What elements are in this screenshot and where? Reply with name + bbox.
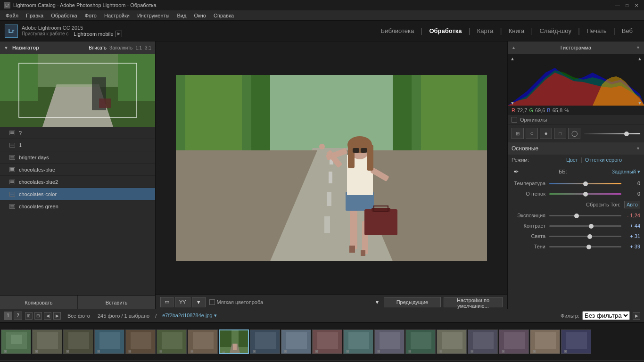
file-path[interactable]: e7f2ba2d108784e.jpg ▾: [162, 313, 217, 319]
nav-develop[interactable]: Обработка: [422, 21, 468, 41]
preset-item-chocolates-blue2[interactable]: chocolates-blue2: [0, 176, 155, 188]
next-photo-button[interactable]: ▶: [53, 312, 61, 320]
filter-select[interactable]: Без фильтра: [582, 311, 630, 320]
film-thumb[interactable]: ⊞: [157, 329, 187, 354]
grid-view-button[interactable]: ⊞: [25, 312, 33, 320]
film-thumb[interactable]: ⊞: [281, 329, 311, 354]
basic-header[interactable]: Основные ▼: [508, 142, 644, 155]
page-1-button[interactable]: 1: [4, 312, 12, 320]
film-thumb[interactable]: ⊞: [343, 329, 373, 354]
navigator-header[interactable]: ▼ Навигатор Вписать Заполнить 1:1 3:1: [0, 41, 155, 54]
originals-checkbox[interactable]: [512, 117, 517, 123]
exposure-slider[interactable]: [549, 215, 621, 216]
copy-button[interactable]: Копировать: [0, 296, 78, 309]
tint-slider[interactable]: [549, 193, 621, 195]
loupe-view-button[interactable]: ⊟: [34, 312, 42, 320]
titlebar-controls[interactable]: — □ ✕: [614, 1, 640, 9]
svg-rect-97: [442, 332, 462, 349]
maximize-button[interactable]: □: [623, 1, 631, 9]
frame-button[interactable]: ▭: [160, 297, 173, 307]
prev-photo-button[interactable]: ◀: [44, 312, 51, 320]
nav-print[interactable]: Печать: [580, 21, 613, 41]
menu-file[interactable]: Файл: [2, 12, 22, 19]
menu-view[interactable]: Вид: [173, 12, 190, 19]
preset-item-chocolates-blue[interactable]: chocolates-blue: [0, 164, 155, 176]
close-button[interactable]: ✕: [633, 1, 640, 9]
contrast-slider[interactable]: [549, 225, 621, 227]
film-thumb[interactable]: ⊞: [125, 329, 156, 354]
extra-btn[interactable]: ▼: [192, 297, 206, 307]
film-thumb[interactable]: ⊞: [94, 329, 124, 354]
film-thumb[interactable]: ⊞: [32, 329, 62, 354]
paste-button[interactable]: Вставить: [78, 296, 155, 309]
tint-thumb[interactable]: [583, 192, 588, 197]
page-2-button[interactable]: 2: [14, 312, 22, 320]
menu-settings[interactable]: Настройки: [100, 12, 133, 19]
highlights-thumb[interactable]: [587, 234, 592, 239]
highlights-slider[interactable]: [549, 236, 621, 237]
film-thumb[interactable]: ⊞: [437, 329, 467, 354]
film-thumb[interactable]: ⊞: [468, 329, 498, 354]
mobile-play-button[interactable]: ▶: [116, 31, 122, 37]
contrast-thumb[interactable]: [589, 224, 594, 229]
nav-web[interactable]: Веб: [615, 21, 639, 41]
mode-grayscale-value[interactable]: Оттенки серого: [585, 157, 622, 163]
film-thumb[interactable]: ⊞: [1, 329, 31, 354]
preset-icon: [9, 192, 15, 197]
proof-checkbox[interactable]: [209, 299, 215, 305]
film-thumb[interactable]: ⊞: [405, 329, 436, 354]
eyedropper-icon[interactable]: ✒: [512, 167, 521, 176]
film-thumb[interactable]: ⊞: [250, 329, 280, 354]
nav-map[interactable]: Карта: [471, 21, 500, 41]
temperature-thumb[interactable]: [583, 181, 588, 186]
nav-opt-1to1[interactable]: 1:1: [135, 45, 142, 50]
nav-slideshow[interactable]: Слайд-шоу: [533, 21, 578, 41]
nav-library[interactable]: Библиотека: [374, 21, 421, 41]
menu-photo[interactable]: Фото: [81, 12, 100, 19]
film-thumb[interactable]: ⊞: [63, 329, 93, 354]
film-thumb[interactable]: ⊞: [374, 329, 405, 354]
circle-tool-button[interactable]: ○: [526, 128, 538, 139]
nav-opt-fill[interactable]: Заполнить: [109, 45, 132, 50]
film-thumb[interactable]: ⊞: [188, 329, 218, 354]
crop-tool-button[interactable]: ⊞: [512, 128, 524, 139]
nav-opt-3to1[interactable]: 3:1: [145, 45, 151, 50]
preset-item-chocolates-color[interactable]: chocolates-color: [0, 188, 155, 200]
preset-item-question[interactable]: ?: [0, 127, 155, 139]
histogram-toggle[interactable]: ▼: [636, 45, 640, 50]
square-tool-button[interactable]: □: [554, 128, 566, 139]
mode-color-value[interactable]: Цвет: [566, 157, 578, 163]
film-thumb[interactable]: ⊞: [561, 329, 591, 354]
shadows-thumb[interactable]: [586, 245, 591, 249]
histogram-scroll-up[interactable]: ▲: [512, 45, 516, 50]
preset-item-chocolates-green[interactable]: chocolates green: [0, 200, 155, 211]
auto-button[interactable]: Авто: [624, 201, 640, 208]
nav-opt-fit[interactable]: Вписать: [89, 45, 107, 50]
menu-help[interactable]: Справка: [210, 12, 238, 19]
preset-item-1[interactable]: 1: [0, 139, 155, 151]
film-thumb-active[interactable]: ⊞: [219, 329, 249, 354]
menu-tools[interactable]: Инструменты: [133, 12, 173, 19]
film-thumb[interactable]: ⊞: [530, 329, 560, 354]
filter-expand-button[interactable]: ▶: [633, 312, 640, 320]
tool-slider-thumb[interactable]: [624, 132, 629, 136]
exposure-thumb[interactable]: [574, 214, 579, 218]
nav-book[interactable]: Книга: [502, 21, 531, 41]
circle-outline-tool-button[interactable]: ◯: [568, 128, 580, 139]
shadows-slider[interactable]: [549, 246, 621, 247]
film-thumb[interactable]: ⊞: [312, 329, 342, 354]
menu-window[interactable]: Окно: [190, 12, 210, 19]
dot-tool-button[interactable]: ●: [540, 128, 552, 139]
menu-develop[interactable]: Обработка: [47, 12, 81, 19]
default-settings-button[interactable]: Настройки по умолчанию...: [444, 297, 503, 307]
preset-item-brighter-days[interactable]: brighter days: [0, 151, 155, 164]
bb-value[interactable]: Заданный ▾: [611, 169, 640, 175]
temperature-slider[interactable]: [549, 183, 621, 184]
film-thumb[interactable]: ⊞: [499, 329, 529, 354]
minimize-button[interactable]: —: [614, 1, 621, 9]
previous-button[interactable]: Предыдущие: [384, 297, 441, 307]
menu-edit[interactable]: Правка: [22, 12, 47, 19]
preset-name: ?: [19, 130, 22, 136]
compare-button[interactable]: YY: [175, 297, 190, 307]
tool-slider[interactable]: [584, 133, 640, 134]
